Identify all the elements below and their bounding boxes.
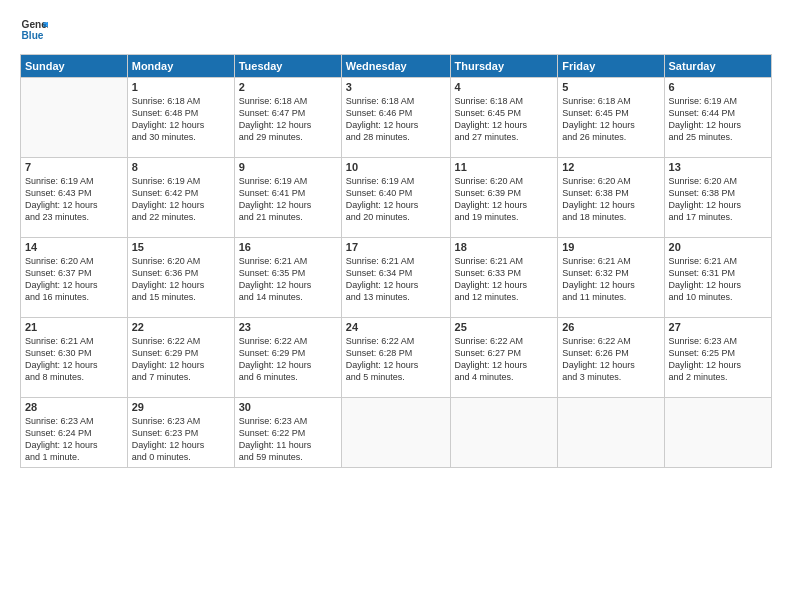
calendar-cell: 14Sunrise: 6:20 AM Sunset: 6:37 PM Dayli… [21, 238, 128, 318]
day-number: 25 [455, 321, 554, 333]
day-number: 16 [239, 241, 337, 253]
calendar-cell: 9Sunrise: 6:19 AM Sunset: 6:41 PM Daylig… [234, 158, 341, 238]
calendar-cell: 20Sunrise: 6:21 AM Sunset: 6:31 PM Dayli… [664, 238, 771, 318]
day-number: 28 [25, 401, 123, 413]
day-number: 2 [239, 81, 337, 93]
calendar-day-header: Saturday [664, 55, 771, 78]
calendar-week-row: 21Sunrise: 6:21 AM Sunset: 6:30 PM Dayli… [21, 318, 772, 398]
day-info: Sunrise: 6:21 AM Sunset: 6:34 PM Dayligh… [346, 255, 446, 304]
calendar-day-header: Wednesday [341, 55, 450, 78]
calendar-cell: 27Sunrise: 6:23 AM Sunset: 6:25 PM Dayli… [664, 318, 771, 398]
day-info: Sunrise: 6:20 AM Sunset: 6:37 PM Dayligh… [25, 255, 123, 304]
day-info: Sunrise: 6:19 AM Sunset: 6:44 PM Dayligh… [669, 95, 767, 144]
logo-icon: General Blue [20, 16, 48, 44]
day-info: Sunrise: 6:20 AM Sunset: 6:38 PM Dayligh… [669, 175, 767, 224]
day-number: 19 [562, 241, 659, 253]
day-number: 20 [669, 241, 767, 253]
calendar-week-row: 1Sunrise: 6:18 AM Sunset: 6:48 PM Daylig… [21, 78, 772, 158]
day-number: 22 [132, 321, 230, 333]
day-info: Sunrise: 6:23 AM Sunset: 6:22 PM Dayligh… [239, 415, 337, 464]
logo: General Blue [20, 16, 48, 44]
calendar-cell: 23Sunrise: 6:22 AM Sunset: 6:29 PM Dayli… [234, 318, 341, 398]
day-info: Sunrise: 6:18 AM Sunset: 6:45 PM Dayligh… [562, 95, 659, 144]
day-number: 26 [562, 321, 659, 333]
calendar-day-header: Tuesday [234, 55, 341, 78]
day-number: 7 [25, 161, 123, 173]
day-number: 12 [562, 161, 659, 173]
day-info: Sunrise: 6:23 AM Sunset: 6:25 PM Dayligh… [669, 335, 767, 384]
day-number: 6 [669, 81, 767, 93]
page-header: General Blue [20, 16, 772, 44]
calendar-cell [21, 78, 128, 158]
day-number: 13 [669, 161, 767, 173]
day-info: Sunrise: 6:20 AM Sunset: 6:36 PM Dayligh… [132, 255, 230, 304]
calendar-cell [341, 398, 450, 468]
calendar-cell: 15Sunrise: 6:20 AM Sunset: 6:36 PM Dayli… [127, 238, 234, 318]
day-info: Sunrise: 6:21 AM Sunset: 6:35 PM Dayligh… [239, 255, 337, 304]
day-info: Sunrise: 6:23 AM Sunset: 6:24 PM Dayligh… [25, 415, 123, 464]
calendar-table: SundayMondayTuesdayWednesdayThursdayFrid… [20, 54, 772, 468]
day-info: Sunrise: 6:22 AM Sunset: 6:27 PM Dayligh… [455, 335, 554, 384]
day-number: 18 [455, 241, 554, 253]
day-info: Sunrise: 6:18 AM Sunset: 6:47 PM Dayligh… [239, 95, 337, 144]
calendar-week-row: 14Sunrise: 6:20 AM Sunset: 6:37 PM Dayli… [21, 238, 772, 318]
day-number: 10 [346, 161, 446, 173]
calendar-header-row: SundayMondayTuesdayWednesdayThursdayFrid… [21, 55, 772, 78]
day-info: Sunrise: 6:21 AM Sunset: 6:32 PM Dayligh… [562, 255, 659, 304]
day-number: 5 [562, 81, 659, 93]
day-info: Sunrise: 6:22 AM Sunset: 6:28 PM Dayligh… [346, 335, 446, 384]
calendar-cell: 13Sunrise: 6:20 AM Sunset: 6:38 PM Dayli… [664, 158, 771, 238]
day-number: 23 [239, 321, 337, 333]
calendar-cell: 19Sunrise: 6:21 AM Sunset: 6:32 PM Dayli… [558, 238, 664, 318]
calendar-cell: 6Sunrise: 6:19 AM Sunset: 6:44 PM Daylig… [664, 78, 771, 158]
day-info: Sunrise: 6:23 AM Sunset: 6:23 PM Dayligh… [132, 415, 230, 464]
calendar-cell: 26Sunrise: 6:22 AM Sunset: 6:26 PM Dayli… [558, 318, 664, 398]
day-number: 14 [25, 241, 123, 253]
calendar-week-row: 7Sunrise: 6:19 AM Sunset: 6:43 PM Daylig… [21, 158, 772, 238]
day-info: Sunrise: 6:19 AM Sunset: 6:43 PM Dayligh… [25, 175, 123, 224]
day-number: 3 [346, 81, 446, 93]
calendar-cell: 18Sunrise: 6:21 AM Sunset: 6:33 PM Dayli… [450, 238, 558, 318]
calendar-cell: 25Sunrise: 6:22 AM Sunset: 6:27 PM Dayli… [450, 318, 558, 398]
calendar-day-header: Monday [127, 55, 234, 78]
calendar-cell: 16Sunrise: 6:21 AM Sunset: 6:35 PM Dayli… [234, 238, 341, 318]
calendar-cell: 24Sunrise: 6:22 AM Sunset: 6:28 PM Dayli… [341, 318, 450, 398]
day-number: 8 [132, 161, 230, 173]
day-info: Sunrise: 6:22 AM Sunset: 6:29 PM Dayligh… [132, 335, 230, 384]
day-info: Sunrise: 6:18 AM Sunset: 6:46 PM Dayligh… [346, 95, 446, 144]
calendar-cell: 8Sunrise: 6:19 AM Sunset: 6:42 PM Daylig… [127, 158, 234, 238]
day-info: Sunrise: 6:19 AM Sunset: 6:41 PM Dayligh… [239, 175, 337, 224]
calendar-day-header: Sunday [21, 55, 128, 78]
calendar-cell: 3Sunrise: 6:18 AM Sunset: 6:46 PM Daylig… [341, 78, 450, 158]
day-number: 29 [132, 401, 230, 413]
day-info: Sunrise: 6:18 AM Sunset: 6:48 PM Dayligh… [132, 95, 230, 144]
day-number: 1 [132, 81, 230, 93]
day-info: Sunrise: 6:22 AM Sunset: 6:26 PM Dayligh… [562, 335, 659, 384]
calendar-cell [558, 398, 664, 468]
svg-text:Blue: Blue [22, 30, 44, 41]
day-info: Sunrise: 6:21 AM Sunset: 6:31 PM Dayligh… [669, 255, 767, 304]
calendar-cell: 4Sunrise: 6:18 AM Sunset: 6:45 PM Daylig… [450, 78, 558, 158]
calendar-cell: 28Sunrise: 6:23 AM Sunset: 6:24 PM Dayli… [21, 398, 128, 468]
day-info: Sunrise: 6:20 AM Sunset: 6:39 PM Dayligh… [455, 175, 554, 224]
calendar-cell: 29Sunrise: 6:23 AM Sunset: 6:23 PM Dayli… [127, 398, 234, 468]
calendar-cell: 30Sunrise: 6:23 AM Sunset: 6:22 PM Dayli… [234, 398, 341, 468]
day-number: 30 [239, 401, 337, 413]
day-number: 4 [455, 81, 554, 93]
calendar-cell: 11Sunrise: 6:20 AM Sunset: 6:39 PM Dayli… [450, 158, 558, 238]
day-number: 27 [669, 321, 767, 333]
day-info: Sunrise: 6:21 AM Sunset: 6:33 PM Dayligh… [455, 255, 554, 304]
day-number: 17 [346, 241, 446, 253]
day-info: Sunrise: 6:20 AM Sunset: 6:38 PM Dayligh… [562, 175, 659, 224]
day-number: 21 [25, 321, 123, 333]
calendar-cell [664, 398, 771, 468]
day-info: Sunrise: 6:19 AM Sunset: 6:40 PM Dayligh… [346, 175, 446, 224]
day-info: Sunrise: 6:19 AM Sunset: 6:42 PM Dayligh… [132, 175, 230, 224]
day-number: 24 [346, 321, 446, 333]
calendar-cell [450, 398, 558, 468]
calendar-cell: 22Sunrise: 6:22 AM Sunset: 6:29 PM Dayli… [127, 318, 234, 398]
calendar-cell: 12Sunrise: 6:20 AM Sunset: 6:38 PM Dayli… [558, 158, 664, 238]
calendar-week-row: 28Sunrise: 6:23 AM Sunset: 6:24 PM Dayli… [21, 398, 772, 468]
calendar-cell: 1Sunrise: 6:18 AM Sunset: 6:48 PM Daylig… [127, 78, 234, 158]
day-number: 11 [455, 161, 554, 173]
